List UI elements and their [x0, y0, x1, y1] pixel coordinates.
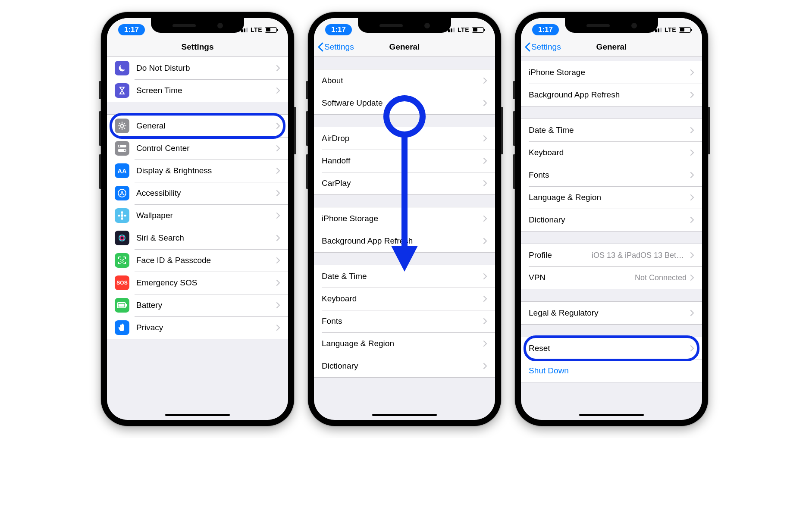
chevron-right-icon [690, 149, 694, 156]
chevron-right-icon [690, 69, 694, 76]
row-privacy[interactable]: Privacy [107, 316, 288, 339]
row-background-app-refresh[interactable]: Background App Refresh [314, 230, 495, 252]
row-label: Dictionary [322, 361, 483, 371]
chevron-right-icon [276, 279, 280, 286]
row-detail: Not Connected [635, 273, 687, 282]
row-fonts[interactable]: Fonts [314, 310, 495, 332]
row-label: Display & Brightness [136, 166, 276, 175]
chevron-right-icon [483, 157, 487, 164]
phone-frame-3: 1:17 LTE Settings General iPhone Storage… [515, 12, 708, 426]
row-iphone-storage[interactable]: iPhone Storage [314, 207, 495, 230]
row-label: Profile [529, 250, 592, 260]
network-label: LTE [458, 26, 469, 33]
row-background-app-refresh[interactable]: Background App Refresh [521, 84, 702, 106]
row-date-time[interactable]: Date & Time [521, 119, 702, 141]
row-label: Do Not Disturb [136, 63, 276, 73]
row-accessibility[interactable]: Accessibility [107, 182, 288, 204]
settings-group: Date & TimeKeyboardFontsLanguage & Regio… [521, 119, 702, 232]
chevron-right-icon [690, 345, 694, 352]
settings-group: iPhone StorageBackground App Refresh [314, 207, 495, 253]
siri-icon [115, 231, 129, 245]
row-dictionary[interactable]: Dictionary [521, 209, 702, 231]
row-control-center[interactable]: Control Center [107, 137, 288, 160]
settings-group: Do Not DisturbScreen Time [107, 57, 288, 102]
general-list-scrolled[interactable]: iPhone StorageBackground App RefreshDate… [521, 61, 702, 382]
chevron-right-icon [690, 127, 694, 134]
row-label: Fonts [322, 316, 483, 326]
svg-point-5 [118, 189, 126, 197]
row-date-time[interactable]: Date & Time [314, 265, 495, 288]
row-carplay[interactable]: CarPlay [314, 172, 495, 194]
battery-icon [679, 27, 691, 33]
home-indicator[interactable] [165, 414, 230, 416]
chevron-right-icon [483, 273, 487, 280]
row-label: Screen Time [136, 86, 276, 95]
chevron-right-icon [276, 145, 280, 152]
face-icon [115, 253, 129, 268]
row-label: Siri & Search [136, 233, 276, 243]
row-label: General [136, 121, 276, 131]
row-emergency-sos[interactable]: SOSEmergency SOS [107, 272, 288, 294]
row-keyboard[interactable]: Keyboard [314, 288, 495, 310]
network-label: LTE [251, 26, 262, 33]
home-indicator[interactable] [579, 414, 644, 416]
row-siri-search[interactable]: Siri & Search [107, 227, 288, 249]
network-label: LTE [665, 26, 676, 33]
row-screen-time[interactable]: Screen Time [107, 79, 288, 102]
chevron-right-icon [690, 310, 694, 316]
back-button[interactable]: Settings [524, 42, 561, 52]
chevron-right-icon [483, 215, 487, 222]
chevron-right-icon [690, 172, 694, 178]
settings-group: GeneralControl CenterAADisplay & Brightn… [107, 114, 288, 339]
row-label: CarPlay [322, 178, 483, 188]
row-language-region[interactable]: Language & Region [314, 332, 495, 355]
chevron-right-icon [276, 302, 280, 309]
chevron-right-icon [276, 212, 280, 219]
row-iphone-storage[interactable]: iPhone Storage [521, 61, 702, 84]
row-about[interactable]: About [314, 69, 495, 92]
chevron-right-icon [483, 295, 487, 302]
row-label: Battery [136, 300, 276, 310]
row-do-not-disturb[interactable]: Do Not Disturb [107, 57, 288, 79]
row-legal-regulatory[interactable]: Legal & Regulatory [521, 302, 702, 324]
row-profile[interactable]: ProfileiOS 13 & iPadOS 13 Beta Softwar..… [521, 244, 702, 266]
row-label: Face ID & Passcode [136, 256, 276, 265]
row-airdrop[interactable]: AirDrop [314, 127, 495, 150]
row-wallpaper[interactable]: Wallpaper [107, 204, 288, 227]
row-label: Emergency SOS [136, 278, 276, 288]
row-label: About [322, 76, 483, 85]
row-general[interactable]: General [107, 115, 288, 137]
home-indicator[interactable] [372, 414, 437, 416]
row-keyboard[interactable]: Keyboard [521, 141, 702, 164]
row-reset[interactable]: Reset [521, 337, 702, 360]
row-label: Date & Time [529, 125, 690, 135]
chevron-right-icon [690, 274, 694, 281]
row-fonts[interactable]: Fonts [521, 164, 702, 186]
row-dictionary[interactable]: Dictionary [314, 355, 495, 377]
row-label: Wallpaper [136, 211, 276, 220]
svg-point-0 [121, 125, 123, 127]
row-face-id-passcode[interactable]: Face ID & Passcode [107, 249, 288, 272]
row-handoff[interactable]: Handoff [314, 150, 495, 172]
row-display-brightness[interactable]: AADisplay & Brightness [107, 160, 288, 182]
svg-point-11 [124, 215, 126, 217]
row-vpn[interactable]: VPNNot Connected [521, 266, 702, 289]
row-shut-down[interactable]: Shut Down [521, 360, 702, 382]
row-language-region[interactable]: Language & Region [521, 186, 702, 209]
svg-point-2 [119, 145, 120, 147]
page-title: General [389, 42, 420, 52]
general-list[interactable]: AboutSoftware UpdateAirDropHandoffCarPla… [314, 69, 495, 378]
chevron-right-icon [690, 194, 694, 201]
row-battery[interactable]: Battery [107, 294, 288, 316]
person-circle-icon [115, 186, 129, 200]
notch [565, 18, 658, 33]
chevron-right-icon [483, 363, 487, 369]
nav-bar: Settings [107, 37, 288, 57]
status-time: 1:17 [532, 24, 559, 35]
chevron-right-icon [483, 100, 487, 106]
settings-list[interactable]: Do Not DisturbScreen TimeGeneralControl … [107, 57, 288, 339]
row-software-update[interactable]: Software Update [314, 92, 495, 114]
svg-point-4 [124, 150, 125, 151]
back-button[interactable]: Settings [317, 42, 354, 52]
svg-point-7 [121, 214, 123, 217]
